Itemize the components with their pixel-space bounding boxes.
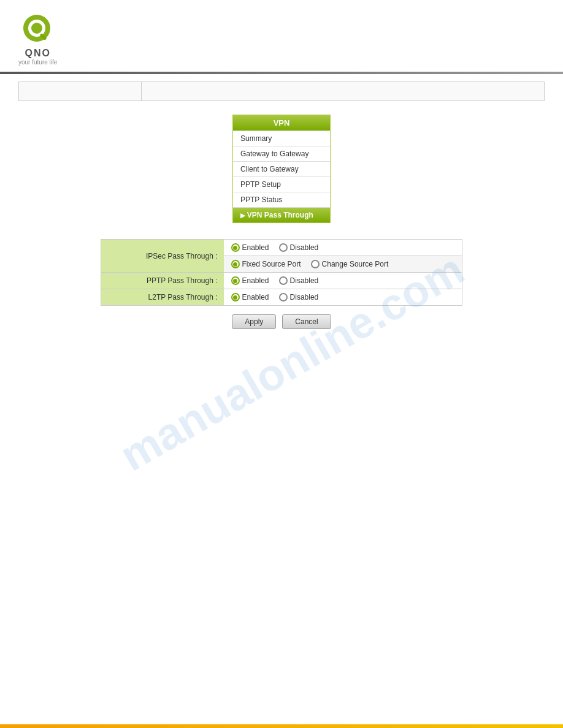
pptp-label: PPTP Pass Through : [101,273,224,289]
l2tp-disabled-label: Disabled [290,293,319,301]
ipsec-source-port-row: Fixed Source Port Change Source Port [224,256,462,273]
pptp-radio-group: Enabled Disabled [231,276,455,285]
vpn-menu-wrapper: VPN Summary Gateway to Gateway Client to… [232,115,331,223]
pptp-enabled-option[interactable]: Enabled [231,276,269,285]
ipsec-enabled-radio[interactable] [231,243,240,252]
l2tp-radio-group: Enabled Disabled [231,293,455,301]
qno-logo-icon [20,11,56,48]
ipsec-enabled-disabled-row: Enabled Disabled [224,240,462,256]
l2tp-disabled-radio[interactable] [279,293,288,301]
logo-brand: QNO [25,48,50,59]
l2tp-value-cell: Enabled Disabled [224,289,462,306]
l2tp-enabled-radio[interactable] [231,293,240,301]
l2tp-enabled-option[interactable]: Enabled [231,293,269,301]
l2tp-row: L2TP Pass Through : Enabled Disabled [101,289,462,306]
svg-point-2 [31,23,42,34]
settings-table: IPSec Pass Through : Enabled Disabled [101,239,462,306]
sidebar-item-vpn-pass-through[interactable]: VPN Pass Through [233,207,330,222]
nav-right [142,82,544,100]
sidebar-item-client-to-gateway[interactable]: Client to Gateway [233,161,330,176]
ipsec-change-source-option[interactable]: Change Source Port [311,260,389,268]
settings-wrapper: IPSec Pass Through : Enabled Disabled [101,233,462,306]
ipsec-source-radio-group: Fixed Source Port Change Source Port [231,260,455,268]
pptp-value-cell: Enabled Disabled [224,273,462,289]
ipsec-disabled-radio[interactable] [279,243,288,252]
page-content: VPN Summary Gateway to Gateway Client to… [0,108,563,329]
l2tp-label: L2TP Pass Through : [101,289,224,306]
logo: QNO your future life [18,11,57,66]
logo-tagline: your future life [18,59,57,66]
apply-button[interactable]: Apply [232,314,276,329]
ipsec-fixed-source-radio[interactable] [231,260,240,268]
sidebar-item-gateway-to-gateway[interactable]: Gateway to Gateway [233,146,330,161]
l2tp-disabled-option[interactable]: Disabled [279,293,319,301]
ipsec-top-radio-group: Enabled Disabled [231,243,455,252]
sidebar-item-summary[interactable]: Summary [233,131,330,146]
ipsec-disabled-label: Disabled [290,243,319,252]
ipsec-disabled-option[interactable]: Disabled [279,243,319,252]
pptp-disabled-label: Disabled [290,276,319,285]
ipsec-enabled-label: Enabled [242,243,269,252]
nav-bar [18,82,545,101]
ipsec-fixed-source-label: Fixed Source Port [242,260,301,268]
pptp-disabled-radio[interactable] [279,276,288,285]
l2tp-enabled-label: Enabled [242,293,269,301]
pptp-enabled-label: Enabled [242,276,269,285]
pptp-enabled-radio[interactable] [231,276,240,285]
footer-bar [0,724,563,728]
ipsec-fixed-source-option[interactable]: Fixed Source Port [231,260,301,268]
ipsec-row1: IPSec Pass Through : Enabled Disabled [101,240,462,256]
ipsec-change-source-radio[interactable] [311,260,320,268]
button-row: Apply Cancel [232,314,331,329]
pptp-disabled-option[interactable]: Disabled [279,276,319,285]
vpn-menu: VPN Summary Gateway to Gateway Client to… [232,115,331,223]
nav-left [19,82,142,100]
vpn-menu-header: VPN [233,115,330,131]
sidebar-item-pptp-status[interactable]: PPTP Status [233,192,330,207]
header: QNO your future life [0,0,563,72]
ipsec-enabled-option[interactable]: Enabled [231,243,269,252]
top-divider [0,72,563,74]
pptp-row: PPTP Pass Through : Enabled Disabled [101,273,462,289]
ipsec-change-source-label: Change Source Port [322,260,389,268]
cancel-button[interactable]: Cancel [282,314,331,329]
ipsec-label: IPSec Pass Through : [101,240,224,273]
sidebar-item-pptp-setup[interactable]: PPTP Setup [233,176,330,192]
